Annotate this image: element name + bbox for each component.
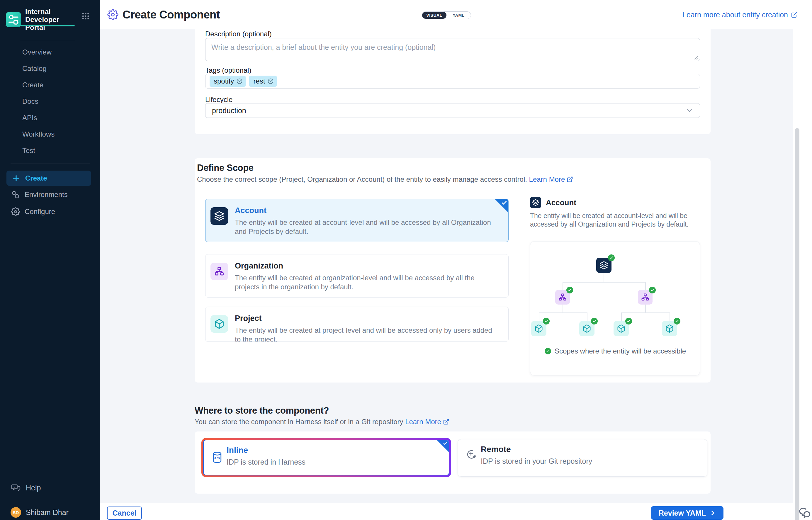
store-option-description: IDP is stored in Harness (227, 458, 306, 466)
diagram-project-node (613, 321, 629, 336)
scope-detail-description: The entity will be created at account-le… (530, 212, 702, 229)
account-layers-icon (210, 207, 228, 225)
scope-option-description: The entity will be created at organizati… (235, 273, 496, 291)
idp-logo-icon (6, 12, 21, 27)
toggle-yaml[interactable]: YAML (446, 12, 471, 19)
check-badge (566, 287, 573, 293)
sidebar-item-workflows[interactable]: Workflows (0, 126, 100, 142)
sidebar-item-test[interactable]: Test (0, 142, 100, 159)
diagram-caption-text: Scopes where the entity will be accessib… (555, 347, 686, 355)
scope-diagram: Scopes where the entity will be accessib… (530, 241, 700, 375)
top-bar: Create Component VISUAL YAML Learn more … (100, 0, 812, 29)
chevron-down-icon (686, 107, 693, 114)
tag-chip-spotify[interactable]: spotify (210, 76, 246, 87)
scope-option-project[interactable]: Project The entity will be created at pr… (205, 307, 508, 342)
store-option-remote[interactable]: Remote IDP is stored in your Git reposit… (457, 439, 707, 477)
external-link-icon (567, 176, 573, 183)
scope-option-account[interactable]: Account The entity will be created at ac… (205, 199, 508, 242)
scope-title: Define Scope (197, 163, 254, 173)
tag-chip-label: rest (253, 77, 265, 85)
vertical-scrollbar[interactable] (795, 128, 800, 520)
project-cube-icon (210, 315, 228, 333)
define-scope-section: Define Scope Choose the correct scope (P… (195, 158, 711, 383)
inline-datastore-icon (212, 451, 222, 464)
store-learn-more-link[interactable]: Learn More (405, 418, 441, 425)
remove-tag-icon[interactable] (236, 78, 243, 84)
learn-more-entity-label: Learn more about entity creation (682, 10, 788, 19)
sidebar-item-apis[interactable]: APIs (0, 110, 100, 126)
sidebar-item-catalog[interactable]: Catalog (0, 60, 100, 77)
page-title: Create Component (123, 8, 220, 21)
store-option-description: IDP is stored in your Git repository (481, 457, 592, 466)
diagram-project-node (662, 321, 677, 336)
cancel-button[interactable]: Cancel (107, 506, 142, 520)
chat-bubble-icon[interactable] (798, 507, 812, 520)
check-badge (591, 318, 598, 324)
scope-option-description: The entity will be created at account-le… (235, 218, 496, 236)
scope-subtitle: Choose the correct scope (Project, Organ… (197, 175, 573, 183)
app-grid-icon[interactable] (81, 12, 90, 21)
diagram-account-node (596, 258, 611, 273)
check-badge (608, 255, 615, 261)
diagram-project-node (531, 321, 546, 336)
scope-learn-more-link[interactable]: Learn More (529, 175, 565, 183)
check-badge (649, 287, 656, 293)
help-button[interactable]: Help (0, 480, 100, 495)
sidebar-configure-label: Configure (25, 208, 55, 216)
lifecycle-value: production (212, 106, 246, 115)
check-icon (443, 441, 448, 446)
scope-option-title: Project (235, 314, 262, 323)
brand: Internal Developer Portal (6, 8, 94, 31)
scope-option-title: Organization (235, 261, 283, 270)
scope-option-title: Account (235, 206, 266, 215)
organization-icon (210, 263, 228, 280)
sidebar-item-create[interactable]: Create (0, 77, 100, 93)
check-badge (674, 318, 680, 324)
sidebar-create-button[interactable]: Create (6, 171, 91, 186)
environments-icon (11, 190, 20, 199)
description-input[interactable] (205, 38, 700, 61)
sidebar: Internal Developer Portal Overview Catal… (0, 0, 100, 520)
scope-subtitle-text: Choose the correct scope (Project, Organ… (197, 175, 527, 183)
create-component-page: Internal Developer Portal Overview Catal… (0, 0, 812, 520)
review-yaml-button[interactable]: Review YAML (651, 506, 724, 520)
check-icon (501, 200, 507, 206)
tag-chip-label: spotify (214, 77, 234, 85)
review-yaml-label: Review YAML (659, 509, 706, 517)
description-label: Description (optional) (205, 30, 272, 38)
sidebar-configure-button[interactable]: Configure (0, 204, 100, 219)
user-name: Shibam Dhar (26, 508, 69, 517)
help-label: Help (26, 484, 41, 492)
help-chat-icon (11, 483, 21, 492)
sidebar-create-label: Create (25, 174, 47, 182)
store-option-title: Remote (481, 445, 511, 454)
check-icon (545, 348, 551, 355)
learn-more-entity-link[interactable]: Learn more about entity creation (682, 0, 798, 29)
sidebar-nav: Overview Catalog Create Docs APIs Workfl… (0, 44, 100, 159)
store-option-inline[interactable]: Inline IDP is stored in Harness (201, 438, 451, 477)
store-subtitle-text: You can store the component in Harness i… (195, 418, 403, 425)
scope-detail-title: Account (546, 198, 576, 207)
remove-tag-icon[interactable] (267, 78, 274, 84)
check-badge (543, 318, 550, 324)
toggle-visual[interactable]: VISUAL (422, 12, 446, 19)
footer-bar: Cancel Review YAML (100, 503, 793, 520)
scope-option-description: The entity will be created at project-le… (235, 326, 496, 342)
tag-chip-rest[interactable]: rest (249, 76, 277, 87)
user-menu[interactable]: SD Shibam Dhar (0, 505, 100, 520)
avatar: SD (10, 507, 21, 518)
tags-input[interactable]: spotify rest (205, 74, 700, 88)
visual-yaml-toggle: VISUAL YAML (422, 11, 471, 19)
store-subtitle: You can store the component in Harness i… (195, 418, 449, 426)
sidebar-environments-label: Environments (25, 190, 68, 199)
diagram-org-node (555, 290, 570, 305)
sidebar-environments-button[interactable]: Environments (0, 187, 100, 202)
sidebar-item-overview[interactable]: Overview (0, 44, 100, 60)
external-link-icon (791, 11, 798, 18)
sidebar-item-docs[interactable]: Docs (0, 93, 100, 110)
lifecycle-select[interactable]: production (205, 103, 700, 118)
diagram-org-node (638, 290, 653, 305)
chevron-right-icon (709, 510, 716, 516)
scope-option-organization[interactable]: Organization The entity will be created … (205, 254, 508, 297)
diagram-project-node (579, 321, 595, 336)
